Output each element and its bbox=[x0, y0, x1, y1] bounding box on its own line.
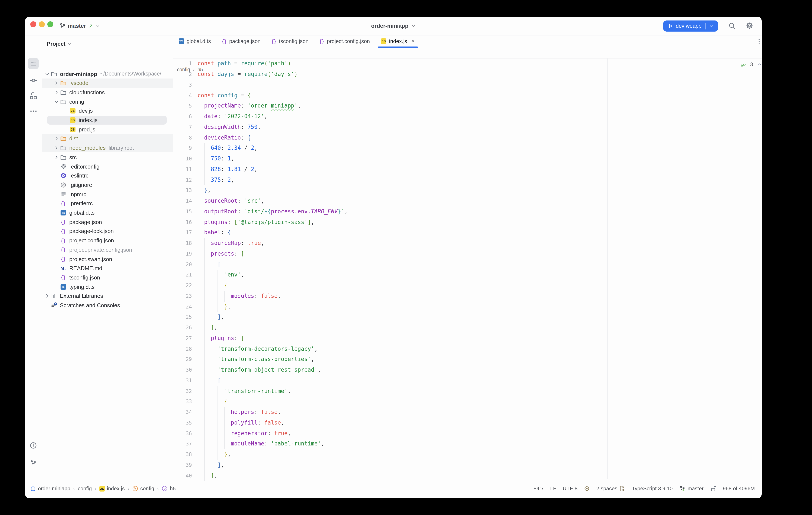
code-line-8[interactable]: 8 deviceRatio: { bbox=[173, 133, 762, 143]
run-configuration-button[interactable]: dev:weapp bbox=[663, 20, 718, 31]
tree-item-.editorconfig[interactable]: .editorconfig bbox=[41, 162, 173, 171]
run-options-chevron[interactable] bbox=[706, 24, 717, 28]
tree-item-cloudfunctions[interactable]: cloudfunctions bbox=[41, 88, 173, 97]
code-line-28[interactable]: 28 'transform-decorators-legacy', bbox=[173, 344, 762, 354]
code-line-21[interactable]: 21 'env', bbox=[173, 270, 762, 280]
tab-options-kebab-icon[interactable] bbox=[755, 37, 762, 46]
code-line-23[interactable]: 23 modules: false, bbox=[173, 291, 762, 302]
tree-item-.gitignore[interactable]: .gitignore bbox=[41, 180, 173, 189]
tree-item-node-modules[interactable]: node_moduleslibrary root bbox=[41, 143, 173, 153]
code-line-30[interactable]: 30 'transform-object-rest-spread', bbox=[173, 365, 762, 376]
project-title-widget[interactable]: order-miniapp bbox=[25, 17, 762, 35]
code-line-25[interactable]: 25 ], bbox=[173, 312, 762, 323]
code-line-27[interactable]: 27 plugins: [ bbox=[173, 333, 762, 344]
code-line-29[interactable]: 29 'transform-class-properties', bbox=[173, 354, 762, 365]
dir-breadcrumb[interactable]: config bbox=[78, 486, 92, 492]
code-line-18[interactable]: 18 sourceMap: true, bbox=[173, 238, 762, 249]
file-encoding[interactable]: UTF-8 bbox=[563, 486, 578, 492]
stripe-button-commit[interactable] bbox=[28, 75, 39, 86]
tab-tsconfig.json[interactable]: {}tsconfig.json bbox=[266, 35, 314, 48]
tab-project.config.json[interactable]: {}project.config.json bbox=[314, 35, 375, 48]
code-line-24[interactable]: 24 }, bbox=[173, 301, 762, 312]
tree-item-.npmrc[interactable]: .npmrc bbox=[41, 190, 173, 199]
tree-item-index.js[interactable]: JSindex.js bbox=[41, 115, 173, 125]
code-line-35[interactable]: 35 polyfill: false, bbox=[173, 418, 762, 428]
code-line-37[interactable]: 37 moduleName: 'babel-runtime', bbox=[173, 439, 762, 450]
code-line-39[interactable]: 39 ], bbox=[173, 460, 762, 471]
tree-item-global.d.ts[interactable]: TSglobal.d.ts bbox=[41, 208, 173, 217]
code-line-33[interactable]: 33 { bbox=[173, 397, 762, 407]
file-lock[interactable] bbox=[710, 486, 717, 492]
project-view-header[interactable]: Project bbox=[47, 40, 71, 47]
typescript-version[interactable]: TypeScript 3.9.10 bbox=[632, 486, 672, 492]
tree-item-order-miniapp[interactable]: order-miniapp~/Documents/Workspace/ bbox=[41, 69, 173, 78]
inspections-widget[interactable]: 3 bbox=[740, 61, 762, 68]
chevron-right-icon[interactable] bbox=[53, 144, 59, 151]
chevron-right-icon[interactable] bbox=[53, 89, 59, 96]
tree-item-README.md[interactable]: M↓README.md bbox=[41, 264, 173, 273]
code-line-22[interactable]: 22 { bbox=[173, 280, 762, 291]
indent-style[interactable]: 2 spaces bbox=[597, 486, 626, 492]
code-line-9[interactable]: 9 640: 2.34 / 2, bbox=[173, 143, 762, 154]
code-line-14[interactable]: 14 sourceRoot: 'src', bbox=[173, 196, 762, 207]
code-line-5[interactable]: 5 projectName: 'order-miniapp', bbox=[173, 101, 762, 112]
search-everywhere-icon[interactable] bbox=[728, 22, 736, 29]
stripe-button-problems[interactable] bbox=[28, 440, 39, 451]
memory-indicator[interactable]: 968 of 4096M bbox=[723, 486, 755, 492]
tree-item-project.swan.json[interactable]: {}project.swan.json bbox=[41, 254, 173, 264]
chevron-right-icon[interactable] bbox=[44, 293, 50, 300]
tree-item-.prettierrc[interactable]: {}.prettierrc bbox=[41, 199, 173, 208]
code-line-36[interactable]: 36 regenerator: true, bbox=[173, 428, 762, 439]
prev-problem-chevron-icon[interactable] bbox=[757, 62, 762, 67]
tree-item-package-lock.json[interactable]: {}package-lock.json bbox=[41, 226, 173, 236]
tree-item-prod.js[interactable]: JSprod.js bbox=[41, 125, 173, 134]
tree-item-.vscode[interactable]: .vscode bbox=[41, 79, 173, 88]
git-branch-status[interactable]: master bbox=[679, 486, 703, 492]
tree-item-Scratches-and-Consoles[interactable]: Scratches and Consoles bbox=[41, 301, 173, 310]
tree-item-typing.d.ts[interactable]: TStyping.d.ts bbox=[41, 282, 173, 292]
code-line-20[interactable]: 20 [ bbox=[173, 259, 762, 270]
line-separator[interactable]: LF bbox=[550, 486, 556, 492]
file-breadcrumb[interactable]: JSindex.js bbox=[99, 486, 124, 492]
chevron-right-icon[interactable] bbox=[53, 135, 59, 142]
tree-item-tsconfig.json[interactable]: {}tsconfig.json bbox=[41, 273, 173, 282]
stripe-button-more[interactable] bbox=[28, 105, 39, 116]
code-line-10[interactable]: 10 750: 1, bbox=[173, 154, 762, 164]
tree-item-dist[interactable]: dist bbox=[41, 134, 173, 143]
close-tab-icon[interactable]: ✕ bbox=[411, 39, 415, 44]
symbol-breadcrumb-h5[interactable]: ph5 bbox=[162, 486, 175, 492]
code-line-26[interactable]: 26 ], bbox=[173, 323, 762, 333]
code-line-17[interactable]: 17 babel: { bbox=[173, 227, 762, 238]
tree-item-External-Libraries[interactable]: External Libraries bbox=[41, 292, 173, 301]
code-line-11[interactable]: 11 828: 1.81 / 2, bbox=[173, 164, 762, 175]
symbol-breadcrumb-config[interactable]: Vconfig bbox=[132, 486, 154, 492]
chevron-down-icon[interactable] bbox=[53, 98, 59, 105]
code-line-13[interactable]: 13 }, bbox=[173, 185, 762, 196]
tree-item-project.private.config.json[interactable]: {}project.private.config.json bbox=[41, 245, 173, 254]
code-line-7[interactable]: 7 designWidth: 750, bbox=[173, 122, 762, 133]
code-line-15[interactable]: 15 outputRoot: `dist/${process.env.TARO_… bbox=[173, 207, 762, 217]
code-line-1[interactable]: 1const path = require('path') bbox=[173, 59, 762, 69]
tree-item-.eslintrc[interactable]: .eslintrc bbox=[41, 171, 173, 180]
tab-index.js[interactable]: JSindex.js✕ bbox=[376, 35, 421, 48]
code-line-4[interactable]: 4const config = { bbox=[173, 90, 762, 101]
chevron-down-icon[interactable] bbox=[44, 71, 50, 77]
code-line-38[interactable]: 38 }, bbox=[173, 449, 762, 460]
code-line-16[interactable]: 16 plugins: ['@tarojs/plugin-sass'], bbox=[173, 217, 762, 227]
settings-gear-icon[interactable] bbox=[746, 22, 753, 29]
code-line-2[interactable]: 2const dayjs = require('dayjs') bbox=[173, 69, 762, 80]
code-line-3[interactable]: 3 bbox=[173, 80, 762, 90]
tab-package.json[interactable]: {}package.json bbox=[216, 35, 266, 48]
code-line-32[interactable]: 32 'transform-runtime', bbox=[173, 386, 762, 397]
caret-position[interactable]: 84:7 bbox=[533, 486, 544, 492]
tree-item-package.json[interactable]: {}package.json bbox=[41, 217, 173, 226]
tree-item-dev.js[interactable]: JSdev.js bbox=[41, 106, 173, 115]
module-breadcrumb[interactable]: order-miniapp bbox=[30, 486, 70, 492]
tree-item-src[interactable]: src bbox=[41, 153, 173, 162]
code-line-6[interactable]: 6 date: '2022-04-12', bbox=[173, 111, 762, 122]
tree-item-config[interactable]: config bbox=[41, 97, 173, 106]
tab-global.d.ts[interactable]: TSglobal.d.ts bbox=[173, 35, 216, 48]
stripe-button-project-folder[interactable] bbox=[28, 58, 39, 69]
chevron-right-icon[interactable] bbox=[53, 154, 59, 161]
highlighting-level[interactable] bbox=[584, 486, 590, 492]
